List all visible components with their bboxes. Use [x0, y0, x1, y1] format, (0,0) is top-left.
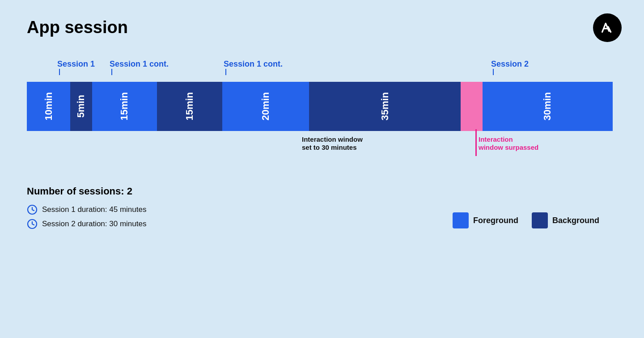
segment-30min: 30min	[483, 82, 613, 131]
amplitude-logo	[593, 13, 622, 42]
connector-2	[111, 69, 112, 75]
session-1-duration: Session 1 duration: 45 minutes	[27, 204, 453, 215]
legend-background: Background	[532, 212, 599, 228]
num-sessions-label: Number of sessions: 2	[27, 186, 453, 197]
page-title: App session	[27, 18, 617, 37]
annotations-row: Interaction window set to 30 minutes Int…	[27, 131, 613, 171]
page-container: App session Session 1 Session 1 cont. Se…	[0, 0, 644, 338]
session-2-duration: Session 2 duration: 30 minutes	[27, 219, 453, 229]
pink-annotation-line	[475, 129, 477, 156]
legend-box-bg	[532, 212, 548, 228]
segment-15min-fg: 15min	[92, 82, 157, 131]
segment-20min: 20min	[222, 82, 309, 131]
timeline-section: Session 1 Session 1 cont. Session 1 cont…	[27, 59, 617, 171]
connector-1	[59, 69, 60, 75]
legend-box-fg	[453, 212, 469, 228]
timeline-bar: 10min 5min 15min 15min 20min 35min	[27, 82, 613, 131]
segment-pink	[461, 82, 483, 131]
segment-35min: 35min	[309, 82, 461, 131]
annotation-right: Interaction window surpassed	[479, 135, 538, 152]
legend: Foreground Background	[453, 212, 617, 233]
session-info: Number of sessions: 2 Session 1 duration…	[27, 186, 453, 233]
segment-15min-bg: 15min	[157, 82, 222, 131]
segment-10min: 10min	[27, 82, 70, 131]
connector-3	[225, 69, 226, 75]
clock-icon-1	[27, 204, 38, 215]
session-label-2: Session 1 cont.	[110, 59, 169, 75]
connector-4	[493, 69, 494, 75]
session-label-3: Session 1 cont.	[224, 59, 283, 75]
bottom-section: Number of sessions: 2 Session 1 duration…	[27, 186, 617, 233]
session-label-4: Session 2	[491, 59, 529, 75]
session-label-1: Session 1	[57, 59, 95, 75]
annotation-left: Interaction window set to 30 minutes	[302, 135, 363, 152]
legend-foreground: Foreground	[453, 212, 518, 228]
segment-5min: 5min	[70, 82, 92, 131]
clock-icon-2	[27, 219, 38, 229]
session-labels-row: Session 1 Session 1 cont. Session 1 cont…	[27, 59, 617, 82]
